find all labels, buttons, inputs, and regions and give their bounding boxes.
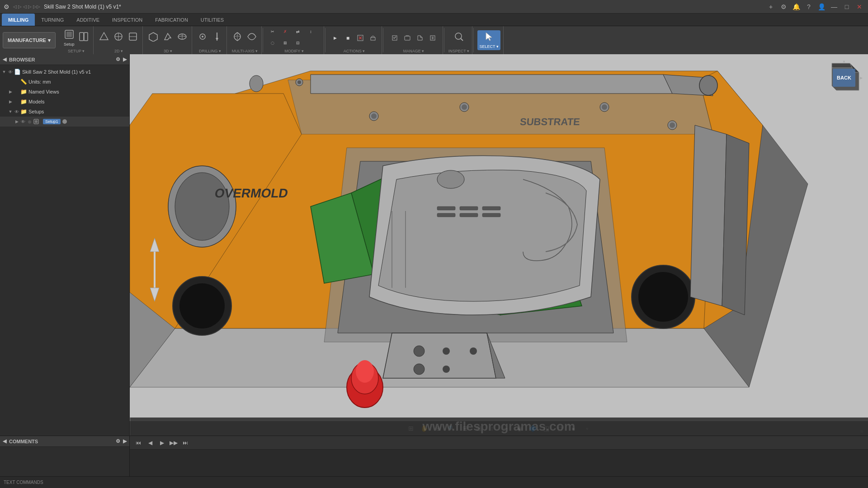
tree-item-setups[interactable]: ▼ 👁 📁 Setups (0, 107, 129, 117)
svg-rect-3 (84, 33, 88, 41)
settings-btn[interactable]: ⚙ (778, 2, 788, 12)
vp-perspective-btn[interactable]: ◉ (514, 422, 525, 434)
tree-item-named-views[interactable]: ▶ 👁 📁 Named Views (0, 87, 129, 97)
timeline-last-btn[interactable]: ⏭ (180, 438, 190, 448)
actions-btn2[interactable]: ◼ (342, 33, 354, 42)
modify-btn-move[interactable]: ⇄ (292, 27, 304, 36)
3d-btn1[interactable] (146, 28, 160, 48)
vp-zoom-fit-btn[interactable]: ⊕ (432, 422, 444, 434)
actions-btn1[interactable]: ▶ (329, 33, 341, 42)
drilling-btn2[interactable] (210, 28, 224, 48)
vp-pan-btn[interactable]: ✋ (419, 422, 430, 434)
browser-expand-icon[interactable]: ▶ (123, 56, 127, 62)
tab-utilities[interactable]: UTILITIES (194, 14, 230, 26)
timeline-track (130, 450, 868, 476)
expander-root[interactable]: ▼ (1, 69, 7, 75)
browser-options-icon[interactable]: ⚙ (116, 56, 120, 62)
maximize-btn[interactable]: □ (842, 2, 852, 12)
viewport[interactable]: OVERMOLD SUBSTRATE (130, 54, 868, 436)
modify-btn-offset[interactable]: ◌ (267, 38, 278, 47)
add-tab-btn[interactable]: + (766, 2, 776, 12)
modify-btn-align[interactable]: ↕ (305, 27, 316, 36)
vp-zoom-btn[interactable]: 🔍 (446, 422, 458, 434)
minimize-btn[interactable]: — (829, 2, 839, 12)
tab-milling[interactable]: MILLING (2, 14, 35, 26)
setup-btn[interactable]: Setup (62, 28, 76, 48)
manage-btn1[interactable] (389, 33, 401, 42)
multiaxis-btn1[interactable] (231, 28, 244, 48)
svg-point-66 (699, 75, 717, 95)
expander-setups[interactable]: ▼ (7, 108, 14, 115)
multiaxis-btn2[interactable] (245, 28, 259, 48)
actions-btn4[interactable] (367, 33, 379, 42)
manufacture-dropdown[interactable]: MANUFACTURE ▾ (3, 32, 56, 48)
expander-setup1[interactable]: ▶ (14, 118, 20, 125)
comments-expand-icon[interactable]: ▶ (123, 438, 127, 444)
tab-inspection[interactable]: INSPECTION (106, 14, 149, 26)
browser-collapse-icon[interactable]: ◀ (3, 56, 6, 62)
vp-grid-btn[interactable]: ⊞ (459, 422, 471, 434)
vp-shading-btn[interactable]: ↕ (486, 422, 498, 434)
3d-btn3[interactable] (175, 28, 189, 48)
notifications-btn[interactable]: 🔔 (791, 2, 801, 12)
manage-btn4[interactable] (427, 33, 439, 42)
user-btn[interactable]: 👤 (816, 2, 826, 12)
manage-buttons (389, 27, 439, 48)
viewcube[interactable]: BACK ▲ ▶ (827, 59, 863, 95)
tree-item-root[interactable]: ▼ 👁 📄 Skill Saw 2 Shot Mold (1) v5 v1 (0, 67, 129, 77)
substrate-text: SUBSTRATE (519, 116, 580, 127)
actions-btn3[interactable] (354, 33, 366, 42)
mold-scene-svg: OVERMOLD SUBSTRATE (130, 54, 868, 436)
help-btn[interactable]: ? (804, 2, 814, 12)
timeline-prev-btn[interactable]: ◀ (145, 438, 155, 448)
vp-home-btn[interactable]: ⊞ (405, 422, 417, 434)
comments-collapse-icon[interactable]: ◀ (3, 438, 6, 444)
close-btn[interactable]: ✕ (854, 2, 864, 12)
modify-btn-split[interactable]: ⊟ (292, 38, 304, 47)
svg-rect-45 (482, 206, 500, 210)
modify-btn-del[interactable]: ✗ (279, 27, 291, 36)
ribbon-group-select: SELECT ▾ (475, 26, 503, 54)
vp-grid2-btn[interactable]: ⊟ (473, 422, 485, 434)
manage-btn2[interactable] (401, 33, 413, 42)
expander-named-views[interactable]: ▶ (7, 89, 14, 95)
timeline-first-btn[interactable]: ⏮ (133, 438, 143, 448)
2d-btn1[interactable] (97, 28, 111, 48)
inspect-btn[interactable] (452, 28, 466, 48)
vp-more-btn[interactable]: ◦ (581, 422, 593, 434)
vis-setup1[interactable]: 👁 (20, 118, 26, 125)
3d-btn2[interactable] (161, 28, 175, 48)
vis-eye-root[interactable]: 👁 (7, 69, 14, 75)
svg-rect-15 (405, 36, 410, 40)
tab-turning[interactable]: TURNING (35, 14, 70, 26)
comments-options-icon[interactable]: ⚙ (116, 438, 120, 444)
window-controls[interactable]: + ⚙ 🔔 ? 👤 — □ ✕ (766, 2, 864, 12)
manage-btn3[interactable] (414, 33, 426, 42)
2d-btn2[interactable] (112, 28, 125, 48)
tree-item-setup1[interactable]: ▶ 👁 ◎ Setup1 (0, 117, 129, 127)
timeline-next-btn[interactable]: ▶▶ (169, 438, 179, 448)
select-btn[interactable]: SELECT ▾ (477, 30, 500, 50)
tree-item-units[interactable]: ▶ 👁 📏 Units: mm (0, 77, 129, 87)
vp-analysis-btn[interactable]: ◻ (554, 422, 566, 434)
ribbon-group-setup: Setup SETUP ▾ (59, 26, 94, 54)
tab-additive[interactable]: ADDITIVE (70, 14, 106, 26)
vis-setups[interactable]: 👁 (14, 108, 20, 115)
setup1-badge: Setup1 (43, 119, 61, 124)
svg-point-77 (297, 80, 301, 84)
modify-btn-merge[interactable]: ⊞ (279, 38, 291, 47)
timeline-play-btn[interactable]: ▶ (157, 438, 167, 448)
tab-fabrication[interactable]: FABRICATION (149, 14, 194, 26)
modify-btn-cut[interactable]: ✂ (267, 27, 278, 36)
tree-item-models[interactable]: ▶ 👁 📁 Models (0, 97, 129, 107)
vp-section-btn[interactable]: ◫ (541, 422, 552, 434)
setup-btn2[interactable] (77, 28, 90, 48)
vp-material-btn[interactable]: 🔷 (527, 422, 539, 434)
undo-redo[interactable]: ◁ ▷ ◁ ▷ ▷▷ (13, 4, 40, 9)
drilling-btn1[interactable] (196, 28, 209, 48)
expander-models[interactable]: ▶ (7, 99, 14, 105)
vp-measure-btn[interactable]: ▸ (568, 422, 580, 434)
vis2-setup1[interactable]: ◎ (26, 118, 33, 125)
2d-btn3[interactable] (126, 28, 140, 48)
vp-orbit-btn[interactable]: ↔ (500, 422, 512, 434)
